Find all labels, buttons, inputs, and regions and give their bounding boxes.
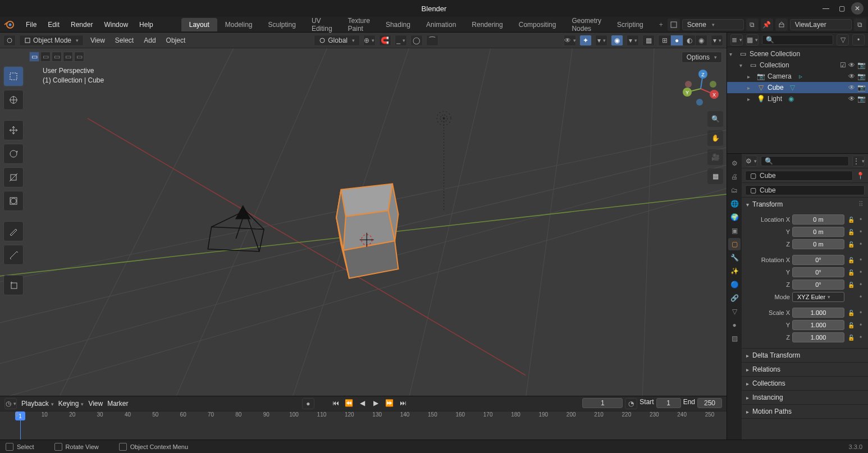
outliner-filter-icon[interactable]: ▽: [837, 34, 849, 45]
props-editor-type-icon[interactable]: ⚙: [745, 155, 757, 167]
ptab-material[interactable]: ●: [728, 319, 741, 331]
select-mode-subtract[interactable]: ▭: [52, 52, 62, 62]
scene-pin-icon[interactable]: 📌: [761, 19, 773, 31]
tab-rendering[interactable]: Rendering: [464, 18, 510, 31]
tool-annotate[interactable]: [3, 221, 24, 241]
viewlayer-name-field[interactable]: ViewLayer: [790, 19, 852, 30]
disable-render-icon[interactable]: 📷: [857, 95, 866, 103]
shading-rendered[interactable]: ◉: [695, 35, 707, 46]
rot-z-field[interactable]: 0°: [792, 280, 844, 290]
vp-menu-add[interactable]: Add: [140, 36, 159, 44]
pin-icon[interactable]: 📍: [856, 172, 865, 180]
lock-icon[interactable]: 🔓: [847, 241, 856, 248]
viewport-3d[interactable]: ▭ ▭ ▭ ▭ ▭ User Perspective (1) Collectio…: [0, 48, 727, 396]
zoom-icon[interactable]: 🔍: [707, 111, 723, 127]
viewlayer-new-icon[interactable]: ⧉: [854, 19, 866, 31]
rotation-mode-dropdown[interactable]: XYZ Euler: [792, 292, 844, 302]
end-frame-field[interactable]: 250: [697, 398, 722, 408]
tab-animation[interactable]: Animation: [418, 18, 464, 31]
properties-search-input[interactable]: 🔍: [761, 156, 849, 166]
ptab-constraints[interactable]: 🔗: [728, 292, 741, 304]
hide-icon[interactable]: 👁: [848, 84, 855, 91]
start-frame-field[interactable]: 1: [656, 398, 681, 408]
anim-dot-icon[interactable]: •: [858, 256, 864, 264]
lock-icon[interactable]: 🔓: [847, 229, 856, 235]
lock-icon[interactable]: 🔓: [847, 282, 856, 288]
shading-wireframe[interactable]: ⊞: [658, 35, 670, 46]
select-mode-new[interactable]: ▭: [29, 52, 39, 62]
timeline-menu-view[interactable]: View: [88, 400, 103, 408]
outliner-scene-collection[interactable]: ▾ ▭ Scene Collection: [727, 48, 868, 60]
play-reverse-icon[interactable]: ◀: [357, 398, 368, 408]
ptab-particles[interactable]: ✨: [728, 265, 741, 277]
tab-compositing[interactable]: Compositing: [511, 18, 564, 31]
menu-file[interactable]: File: [20, 17, 42, 32]
panel-transform-header[interactable]: ▾ Transform ⠿: [742, 198, 868, 211]
tab-sculpting[interactable]: Sculpting: [261, 18, 304, 31]
ptab-world[interactable]: 🌍: [728, 211, 741, 223]
tool-measure[interactable]: [3, 245, 24, 265]
minimize-button[interactable]: —: [820, 2, 832, 15]
anim-dot-icon[interactable]: •: [858, 228, 864, 236]
scene-browse-icon[interactable]: [668, 19, 680, 31]
menu-render[interactable]: Render: [65, 17, 98, 32]
ptab-render[interactable]: ⚙: [728, 157, 741, 170]
anim-dot-icon[interactable]: •: [858, 240, 864, 248]
anim-dot-icon[interactable]: •: [858, 216, 864, 223]
visibility-dropdown[interactable]: 👁: [564, 35, 576, 46]
outliner-item-light[interactable]: ▸ 💡 Light ◉ 👁📷: [727, 93, 868, 104]
keyframe-prev-icon[interactable]: ⏪: [344, 398, 355, 408]
timeline-menu-keying[interactable]: Keying: [58, 400, 84, 408]
play-icon[interactable]: ▶: [371, 398, 382, 408]
tab-shading[interactable]: Shading: [378, 18, 418, 31]
menu-help[interactable]: Help: [134, 17, 159, 32]
timeline-menu-playback[interactable]: Playback: [21, 400, 54, 408]
outliner-item-camera[interactable]: ▸ 📷 Camera ▹ 👁📷: [727, 71, 868, 82]
select-mode-intersect[interactable]: ▭: [74, 52, 84, 62]
ptab-output[interactable]: 🖨: [728, 171, 741, 183]
anim-dot-icon[interactable]: •: [858, 333, 864, 341]
keyframe-next-icon[interactable]: ⏩: [384, 398, 395, 408]
transform-orientation-dropdown[interactable]: Global: [314, 35, 360, 46]
panel-motion-paths[interactable]: ▸Motion Paths: [742, 405, 868, 418]
vp-menu-select[interactable]: Select: [112, 36, 137, 44]
timeline-menu-marker[interactable]: Marker: [107, 400, 128, 408]
props-options-icon[interactable]: ⋮: [852, 155, 865, 167]
exclude-checkbox-icon[interactable]: ☑: [840, 61, 846, 69]
panel-delta-transform[interactable]: ▸Delta Transform: [742, 349, 868, 362]
lock-icon[interactable]: 🔓: [847, 310, 856, 316]
select-mode-invert[interactable]: ▭: [63, 52, 73, 62]
tool-move[interactable]: [3, 120, 24, 140]
menu-edit[interactable]: Edit: [42, 17, 65, 32]
lock-icon[interactable]: 🔓: [847, 322, 856, 328]
tool-select-box[interactable]: [3, 66, 24, 86]
rot-x-field[interactable]: 0°: [792, 255, 844, 265]
current-frame-field[interactable]: 1: [582, 398, 623, 408]
hide-icon[interactable]: 👁: [848, 72, 855, 80]
rot-y-field[interactable]: 0°: [792, 267, 844, 277]
use-preview-range-icon[interactable]: ◔: [625, 398, 637, 409]
tool-scale[interactable]: [3, 167, 24, 187]
camera-view-icon[interactable]: 🎥: [707, 149, 723, 165]
outliner-new-collection-icon[interactable]: •: [852, 34, 865, 45]
panel-instancing[interactable]: ▸Instancing: [742, 391, 868, 404]
tab-layout[interactable]: Layout: [181, 18, 217, 31]
loc-z-field[interactable]: 0 m: [792, 239, 844, 249]
jump-end-icon[interactable]: ⏭: [398, 398, 409, 408]
disable-render-icon[interactable]: 📷: [857, 61, 866, 69]
proportional-dropdown[interactable]: ⁀: [426, 35, 438, 46]
gizmo-toggle[interactable]: ✦: [579, 35, 592, 46]
ptab-object[interactable]: ▢: [728, 238, 741, 250]
ptab-physics[interactable]: 🔵: [728, 278, 741, 291]
outliner-item-cube[interactable]: ▸ ▽ Cube ▽ 👁📷: [727, 82, 868, 93]
tool-transform[interactable]: [3, 191, 24, 211]
lock-icon[interactable]: 🔓: [847, 269, 856, 276]
pivot-dropdown[interactable]: ⊕: [363, 35, 376, 46]
anim-dot-icon[interactable]: •: [858, 309, 864, 317]
tool-rotate[interactable]: [3, 144, 24, 164]
select-mode-extend[interactable]: ▭: [40, 52, 51, 62]
object-name-field[interactable]: ▢ Cube: [745, 185, 865, 195]
disable-render-icon[interactable]: 📷: [857, 72, 866, 80]
tab-texture-paint[interactable]: Texture Paint: [340, 18, 378, 31]
timeline-ruler[interactable]: 1 01020304050607080901001101201301401501…: [0, 411, 727, 440]
